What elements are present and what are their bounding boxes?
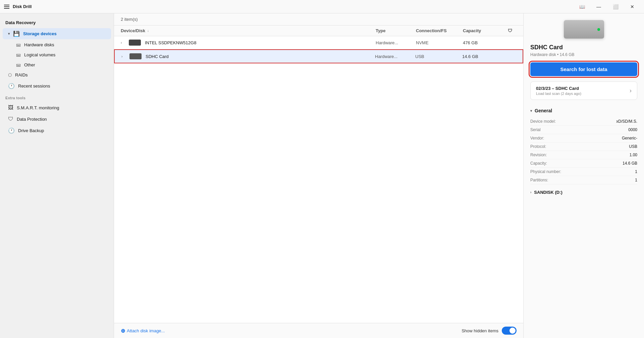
device-name-intel: INTEL SSDPEKNW512G8 [145,40,196,45]
sandisk-section[interactable]: › SANDISK (D:) [530,190,637,195]
sidebar-item-logical-volumes[interactable]: 🖴 Logical volumes [3,50,111,59]
data-recovery-label: Data Recovery [0,19,114,28]
minimize-button[interactable]: — [591,1,606,12]
detail-row: Revision: 1.00 [530,151,637,159]
sidebar-item-hardware-disks[interactable]: 🖴 Hardware disks [3,40,111,49]
recent-sessions-label: Recent sessions [18,83,50,89]
detail-row: Device model: xD/SD/M.S. [530,117,637,126]
right-panel: SDHC Card Hardware disk • 14.6 GB Search… [523,13,644,338]
sort-icon: ↓ [147,29,149,33]
storage-devices-label: Storage devices [23,31,57,36]
sidebar-item-data-protection[interactable]: 🛡 Data Protection [3,114,111,124]
raids-label: RAIDs [15,72,28,77]
smart-icon: 🖼 [8,105,13,111]
general-section-label: General [535,108,552,113]
maximize-button[interactable]: ⬜ [608,1,623,12]
hamburger-menu-icon[interactable] [4,5,9,9]
general-toggle-header[interactable]: ▾ General [530,108,637,113]
attach-disk-link[interactable]: ⊕ Attach disk image... [121,328,165,334]
device-table: Device/Disk ↓ Type Connection/FS Capacit… [114,25,523,323]
detail-value-2: Generic- [622,136,637,140]
drive-backup-label: Drive Backup [18,128,44,133]
row-expand-icon[interactable]: › [121,41,129,45]
content-header: 2 item(s) [114,13,523,25]
detail-value-5: 14.6 GB [623,161,637,166]
detail-label-1: Serial [530,127,541,132]
detail-rows: Device model: xD/SD/M.S. Serial 0000 Ven… [530,117,637,184]
detail-label-0: Device model: [530,119,556,124]
show-hidden-label: Show hidden items [462,328,498,333]
storage-icon: 💾 [13,31,20,37]
raids-icon: ⬡ [8,72,12,77]
detail-value-1: 0000 [628,127,637,132]
connection-cell-sdhc: USB [415,54,462,59]
logical-icon: 🖴 [16,52,21,57]
sidebar-item-smart-monitoring[interactable]: 🖼 S.M.A.R.T. monitoring [3,102,111,113]
capacity-cell-intel: 476 GB [463,40,503,45]
device-icon-intel [129,40,141,46]
table-header: Device/Disk ↓ Type Connection/FS Capacit… [114,25,523,36]
item-count: 2 item(s) [121,17,138,22]
device-cell-sdhc: SDHC Card [129,53,375,59]
shield-icon: 🛡 [8,116,13,122]
book-button[interactable]: 📖 [574,1,590,12]
chevron-right-icon: › [530,190,531,194]
show-hidden-toggle[interactable] [502,327,517,335]
detail-label-7: Partitions: [530,178,548,182]
panel-device-name: SDHC Card [530,44,637,51]
sandisk-label: SANDISK (D:) [534,190,562,195]
last-scan-info: 02/3/23 – SDHC Card Load last scan (2 da… [536,86,581,96]
close-button[interactable]: ✕ [625,1,640,12]
detail-row: Vendor: Generic- [530,134,637,143]
detail-row: Serial 0000 [530,126,637,134]
last-scan-card[interactable]: 02/3/23 – SDHC Card Load last scan (2 da… [530,81,637,100]
detail-label-6: Physical number: [530,169,561,174]
arrow-right-icon: › [630,87,632,94]
panel-device-sub: Hardware disk • 14.6 GB [530,52,637,57]
app-title: Disk Drill [13,4,32,9]
detail-row: Capacity: 14.6 GB [530,159,637,168]
recent-icon: 🕐 [8,83,15,89]
connection-cell-intel: NVME [416,40,463,45]
sidebar-item-drive-backup[interactable]: 🕐 Drive Backup [3,125,111,136]
detail-label-5: Capacity: [530,161,547,166]
col-device-header[interactable]: Device/Disk ↓ [121,28,376,33]
row-expand-icon[interactable]: › [121,55,129,58]
chevron-down-icon: ▾ [530,109,532,113]
detail-value-3: USB [629,144,637,149]
last-scan-title: 02/3/23 – SDHC Card [536,86,581,91]
table-row[interactable]: › INTEL SSDPEKNW512G8 Hardware... NVME 4… [114,36,523,49]
plus-circle-icon: ⊕ [121,328,125,334]
general-section: ▾ General Device model: xD/SD/M.S. Seria… [530,108,637,184]
chevron-down-icon: ▾ [8,32,10,36]
last-scan-subtitle: Load last scan (2 days ago) [536,92,581,96]
detail-row: Partitions: 1 [530,176,637,184]
other-icon: 🖴 [16,62,21,67]
sidebar-item-recent-sessions[interactable]: 🕐 Recent sessions [3,80,111,92]
detail-value-4: 1.00 [630,153,637,157]
detail-value-7: 1 [635,178,637,182]
search-lost-data-button[interactable]: Search for lost data [530,62,637,76]
device-icon-sdhc [129,53,142,59]
detail-row: Protocol: USB [530,143,637,151]
data-protection-label: Data Protection [17,117,47,122]
other-label: Other [24,62,35,67]
sidebar-item-raids[interactable]: ⬡ RAIDs [3,70,111,80]
table-row[interactable]: › SDHC Card Hardware... USB 14.6 GB [114,49,523,63]
led-indicator [597,28,600,31]
title-bar: Disk Drill 📖 — ⬜ ✕ [0,0,644,13]
sidebar-item-storage-devices[interactable]: ▾ 💾 Storage devices [3,28,111,39]
sidebar: Data Recovery ▾ 💾 Storage devices 🖴 Hard… [0,13,114,338]
detail-label-3: Protocol: [530,144,546,149]
backup-icon: 🕐 [8,127,15,134]
device-preview [530,20,637,39]
extra-tools-label: Extra tools [0,92,114,102]
logical-volumes-label: Logical volumes [24,52,55,57]
device-cell-intel: INTEL SSDPEKNW512G8 [129,40,376,46]
col-type-header: Type [376,28,416,33]
detail-row: Physical number: 1 [530,168,637,176]
device-preview-image [564,20,604,39]
toggle-container: Show hidden items [462,327,517,335]
sidebar-item-other[interactable]: 🖴 Other [3,60,111,69]
capacity-cell-sdhc: 14.6 GB [462,54,502,59]
